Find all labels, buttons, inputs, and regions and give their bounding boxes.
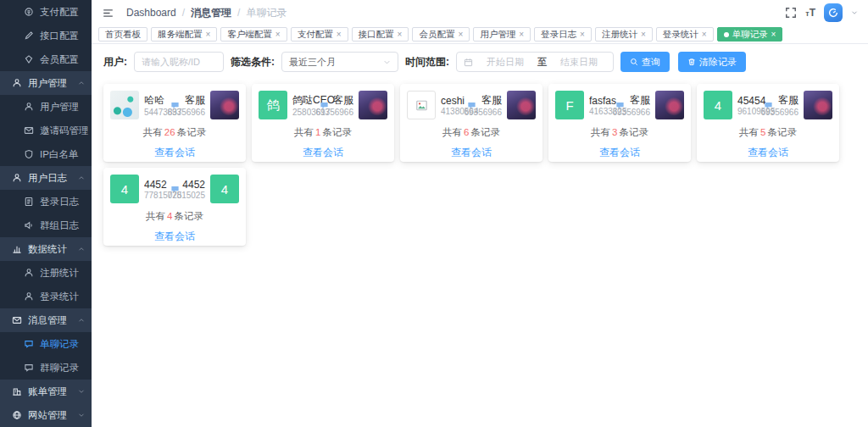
tab-single-chat-records[interactable]: 单聊记录× <box>717 27 783 42</box>
close-icon[interactable]: × <box>275 30 281 39</box>
record-count-number: 5 <box>760 127 765 137</box>
tab-login-stats[interactable]: 登录统计× <box>656 27 714 42</box>
shield-icon <box>24 149 34 159</box>
sidebar-item-login-log[interactable]: 登录日志 <box>0 190 92 214</box>
user-icon <box>24 268 34 278</box>
search-button-label: 查询 <box>642 56 660 69</box>
close-icon[interactable]: × <box>771 30 776 39</box>
close-icon[interactable]: × <box>580 30 585 39</box>
clear-records-button[interactable]: 清除记录 <box>678 52 746 72</box>
search-button[interactable]: 查询 <box>620 52 670 72</box>
user-name: 哈哈 <box>144 93 164 108</box>
close-icon[interactable]: × <box>398 30 403 39</box>
tab-payment-config[interactable]: 支付配置× <box>291 27 348 42</box>
view-conversation-link[interactable]: 查看会话 <box>154 230 195 242</box>
chat-record-card: 4 445277815025 445277815025 4 共有4条记录 查看会… <box>103 168 246 246</box>
sidebar-group-user-management[interactable]: 用户管理 <box>0 71 92 95</box>
building-icon <box>12 386 22 396</box>
sidebar-item-ip-whitelist[interactable]: IP白名单 <box>0 142 92 166</box>
fullscreen-icon[interactable] <box>785 7 797 19</box>
sidebar-item-label: 接口配置 <box>40 30 79 42</box>
sidebar-item-register-stats[interactable]: 注册统计 <box>0 261 92 285</box>
sidebar-item-interface-config[interactable]: 接口配置 <box>0 24 92 47</box>
tab-label: 登录统计 <box>663 29 698 41</box>
view-conversation-link[interactable]: 查看会话 <box>748 147 788 158</box>
start-date-placeholder[interactable]: 开始日期 <box>478 56 532 69</box>
close-icon[interactable]: × <box>519 30 524 39</box>
close-icon[interactable]: × <box>702 30 707 39</box>
chat-record-card: 4 4545496109595 客服69356966 共有5条记录 查看会话 <box>697 84 839 162</box>
chevron-up-icon <box>78 246 85 252</box>
sidebar-item-group-chat-records[interactable]: 群聊记录 <box>0 356 92 380</box>
breadcrumb: Dashboard / 消息管理 / 单聊记录 <box>126 6 287 20</box>
sidebar-group-bill-management[interactable]: 账单管理 <box>0 380 92 403</box>
tab-label: 首页看板 <box>105 29 141 41</box>
sidebar-item-payment-config[interactable]: 支付配置 <box>0 0 92 24</box>
view-conversation-link[interactable]: 查看会话 <box>451 147 492 158</box>
breadcrumb-section[interactable]: 消息管理 <box>191 6 231 20</box>
avatar[interactable] <box>824 3 843 22</box>
globe-icon <box>12 410 22 420</box>
sidebar-collapse-icon[interactable] <box>102 8 114 19</box>
sidebar-group-site-management[interactable]: 网站管理 <box>0 403 92 427</box>
tab-login-log[interactable]: 登录日志× <box>534 27 592 42</box>
sidebar-item-label: 单聊记录 <box>40 338 79 351</box>
tab-interface-config[interactable]: 接口配置× <box>352 27 409 42</box>
record-count-number: 26 <box>164 127 175 137</box>
view-conversation-link[interactable]: 查看会话 <box>154 147 195 158</box>
user-id: 77815025 <box>168 191 206 200</box>
service-name: 客服 <box>333 93 353 108</box>
sidebar-item-login-stats[interactable]: 登录统计 <box>0 285 92 308</box>
card-header: 哈哈54473837 客服69356966 <box>110 91 239 119</box>
record-count: 共有6条记录 <box>407 126 536 139</box>
tab-register-stats[interactable]: 注册统计× <box>595 27 653 42</box>
close-icon[interactable]: × <box>641 30 646 39</box>
sidebar-item-invite-code[interactable]: 邀请码管理 <box>0 119 92 142</box>
sidebar-item-single-chat-records[interactable]: 单聊记录 <box>0 332 92 356</box>
tab-home-board[interactable]: 首页看板 <box>98 27 147 42</box>
sidebar-item-label: 群组日志 <box>40 219 79 232</box>
sidebar-group-data-stats[interactable]: 数据统计 <box>0 237 92 261</box>
tab-server-config[interactable]: 服务端配置× <box>151 27 217 42</box>
sidebar-item-label: 消息管理 <box>28 314 67 327</box>
sidebar-item-user-management[interactable]: 用户管理 <box>0 95 92 119</box>
card-names: 445277815025 445277815025 <box>139 179 210 200</box>
tab-client-config[interactable]: 客户端配置× <box>220 27 287 42</box>
sidebar-group-message-management[interactable]: 消息管理 <box>0 308 92 332</box>
font-size-icon[interactable]: тT <box>805 7 815 19</box>
date-range-picker[interactable]: 开始日期 至 结束日期 <box>456 52 614 72</box>
sidebar-item-group-log[interactable]: 群组日志 <box>0 214 92 237</box>
view-conversation-link[interactable]: 查看会话 <box>599 147 640 158</box>
sidebar-item-label: 登录统计 <box>40 291 79 303</box>
view-conversation-link[interactable]: 查看会话 <box>303 147 343 158</box>
sidebar-item-label: 邀请码管理 <box>40 125 89 137</box>
close-icon[interactable]: × <box>206 30 211 39</box>
close-icon[interactable]: × <box>458 30 463 39</box>
tab-label: 用户管理 <box>480 29 515 41</box>
close-icon[interactable]: × <box>337 30 342 39</box>
card-names: 哈哈54473837 客服69356966 <box>139 93 210 117</box>
end-date-placeholder[interactable]: 结束日期 <box>552 56 606 69</box>
sidebar-item-label: 会员配置 <box>40 53 79 66</box>
range-filter-label: 时间范围: <box>405 55 449 69</box>
record-count-number: 6 <box>464 127 469 137</box>
user-icon <box>24 102 34 112</box>
record-count: 共有3条记录 <box>555 126 684 139</box>
condition-select[interactable]: 最近三个月 <box>281 52 398 72</box>
mail-icon <box>24 125 34 136</box>
card-names: 4545496109595 客服69356966 <box>732 93 804 117</box>
document-icon <box>24 197 34 207</box>
sidebar-group-user-logs[interactable]: 用户日志 <box>0 166 92 190</box>
breadcrumb-home[interactable]: Dashboard <box>126 7 176 19</box>
record-count: 共有1条记录 <box>259 126 387 139</box>
tab-member-config[interactable]: 会员配置× <box>412 27 470 42</box>
user-avatar: F <box>555 91 584 119</box>
tab-user-management[interactable]: 用户管理× <box>473 27 531 42</box>
condition-value: 最近三个月 <box>289 56 336 69</box>
chevron-down-icon[interactable] <box>851 9 858 16</box>
breadcrumb-separator: / <box>182 7 185 19</box>
sidebar-item-member-config[interactable]: 会员配置 <box>0 47 92 71</box>
user-avatar-broken-image-icon <box>407 91 436 119</box>
user-search-input[interactable] <box>134 52 224 72</box>
top-bar: Dashboard / 消息管理 / 单聊记录 тT <box>92 0 868 25</box>
